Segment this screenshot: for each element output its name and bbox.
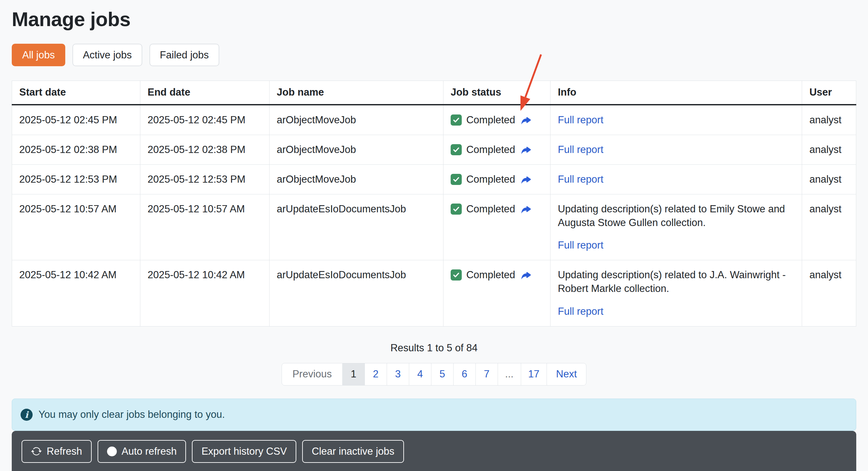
user-cell: analyst — [802, 260, 856, 326]
page-link[interactable]: Next — [556, 368, 577, 380]
job-name-cell: arObjectMoveJob — [270, 105, 443, 135]
info-cell: Full report — [551, 105, 802, 135]
header-user: User — [802, 81, 856, 105]
completed-check-icon — [451, 203, 462, 215]
pagination-ellipsis: ... — [498, 363, 521, 385]
refresh-button[interactable]: Refresh — [22, 440, 92, 463]
status-wrap: Completed — [451, 143, 543, 157]
pagination-page-2[interactable]: 2 — [365, 363, 387, 385]
pagination-previous[interactable]: Previous — [282, 363, 343, 385]
end-date-cell: 2025-05-12 12:53 PM — [140, 164, 270, 194]
job-name-cell: arUpdateEsIoDocumentsJob — [270, 194, 443, 260]
info-cell: Full report — [551, 164, 802, 194]
end-date-cell: 2025-05-12 02:45 PM — [140, 105, 270, 135]
share-arrow-icon[interactable] — [520, 114, 532, 126]
filter-all-jobs-button[interactable]: All jobs — [12, 44, 65, 66]
job-status-cell: Completed — [443, 260, 551, 326]
status-label: Completed — [466, 143, 515, 157]
header-job-status: Job status — [443, 81, 551, 105]
info-cell: Updating description(s) related to Emily… — [551, 194, 802, 260]
table-row: 2025-05-12 10:57 AM 2025-05-12 10:57 AM … — [12, 194, 856, 260]
notice-banner: i You may only clear jobs belonging to y… — [12, 399, 856, 431]
user-cell: analyst — [802, 135, 856, 165]
job-status-cell: Completed — [443, 105, 551, 135]
full-report-link[interactable]: Full report — [558, 305, 603, 318]
full-report-link[interactable]: Full report — [558, 239, 603, 252]
table-row: 2025-05-12 10:42 AM 2025-05-12 10:42 AM … — [12, 260, 856, 326]
job-filter-group: All jobs Active jobs Failed jobs — [12, 44, 856, 66]
status-label: Completed — [466, 113, 515, 127]
pagination-page-5[interactable]: 5 — [431, 363, 454, 385]
end-date-cell: 2025-05-12 02:38 PM — [140, 135, 270, 165]
info-circle-icon: i — [21, 409, 33, 421]
pagination-page-4[interactable]: 4 — [409, 363, 431, 385]
job-status-cell: Completed — [443, 164, 551, 194]
full-report-link[interactable]: Full report — [558, 114, 603, 126]
refresh-icon — [31, 446, 42, 457]
full-report-link[interactable]: Full report — [558, 144, 603, 155]
header-end-date: End date — [140, 81, 270, 105]
full-report-link[interactable]: Full report — [558, 174, 603, 185]
end-date-cell: 2025-05-12 10:42 AM — [140, 260, 270, 326]
user-cell: analyst — [802, 164, 856, 194]
page-title: Manage jobs — [12, 8, 856, 31]
job-status-cell: Completed — [443, 135, 551, 165]
start-date-cell: 2025-05-12 02:38 PM — [12, 135, 140, 165]
completed-check-icon — [451, 115, 462, 126]
filter-active-jobs-button[interactable]: Active jobs — [72, 44, 142, 66]
jobs-table-header: Start date End date Job name Job status … — [12, 81, 856, 105]
auto-refresh-button[interactable]: Auto refresh — [98, 440, 186, 463]
page-link[interactable]: 17 — [528, 368, 539, 380]
start-date-cell: 2025-05-12 02:45 PM — [12, 105, 140, 135]
share-arrow-icon[interactable] — [520, 203, 532, 215]
end-date-cell: 2025-05-12 10:57 AM — [140, 194, 270, 260]
refresh-label: Refresh — [46, 445, 82, 458]
pagination-page-3[interactable]: 3 — [387, 363, 409, 385]
share-arrow-icon[interactable] — [520, 269, 532, 281]
info-cell: Updating description(s) related to J.A. … — [551, 260, 802, 326]
pagination-page-7[interactable]: 7 — [476, 363, 498, 385]
start-date-cell: 2025-05-12 10:42 AM — [12, 260, 140, 326]
header-start-date: Start date — [12, 81, 140, 105]
job-name-cell: arObjectMoveJob — [270, 135, 443, 165]
status-label: Completed — [466, 202, 515, 216]
export-history-csv-button[interactable]: Export history CSV — [192, 440, 296, 463]
page-link[interactable]: 4 — [417, 368, 423, 380]
user-cell: analyst — [802, 194, 856, 260]
page-link[interactable]: 6 — [462, 368, 467, 380]
page-link[interactable]: 7 — [484, 368, 490, 380]
table-row: 2025-05-12 12:53 PM 2025-05-12 12:53 PM … — [12, 164, 856, 194]
table-row: 2025-05-12 02:45 PM 2025-05-12 02:45 PM … — [12, 105, 856, 135]
status-wrap: Completed — [451, 113, 543, 127]
table-row: 2025-05-12 02:38 PM 2025-05-12 02:38 PM … — [12, 135, 856, 165]
pagination-page-1[interactable]: 1 — [343, 363, 365, 385]
job-info-text: Updating description(s) related to Emily… — [558, 202, 795, 230]
clear-inactive-jobs-button[interactable]: Clear inactive jobs — [302, 440, 404, 463]
notice-text: You may only clear jobs belonging to you… — [38, 409, 225, 420]
start-date-cell: 2025-05-12 12:53 PM — [12, 164, 140, 194]
page-link[interactable]: 3 — [395, 368, 401, 380]
status-label: Completed — [466, 268, 515, 282]
status-wrap: Completed — [451, 202, 543, 216]
page-link[interactable]: 5 — [439, 368, 445, 380]
page-link[interactable]: 2 — [373, 368, 378, 380]
pagination: Previous 1 2 3 4 5 6 7 ... 17 Next — [12, 363, 856, 385]
completed-check-icon — [451, 270, 462, 281]
auto-refresh-circle-icon — [107, 446, 117, 456]
pagination-next[interactable]: Next — [547, 363, 586, 385]
info-cell: Full report — [551, 135, 802, 165]
header-info: Info — [551, 81, 802, 105]
completed-check-icon — [451, 174, 462, 185]
jobs-table: Start date End date Job name Job status … — [12, 81, 856, 326]
share-arrow-icon[interactable] — [520, 174, 532, 185]
job-info-text: Updating description(s) related to J.A. … — [558, 268, 795, 295]
job-status-cell: Completed — [443, 194, 551, 260]
status-label: Completed — [466, 172, 515, 186]
pagination-page-6[interactable]: 6 — [454, 363, 476, 385]
action-footer: Refresh Auto refresh Export history CSV … — [12, 431, 856, 471]
filter-failed-jobs-button[interactable]: Failed jobs — [150, 44, 219, 66]
share-arrow-icon[interactable] — [520, 144, 532, 156]
start-date-cell: 2025-05-12 10:57 AM — [12, 194, 140, 260]
header-job-name: Job name — [270, 81, 443, 105]
pagination-page-17[interactable]: 17 — [521, 363, 547, 385]
